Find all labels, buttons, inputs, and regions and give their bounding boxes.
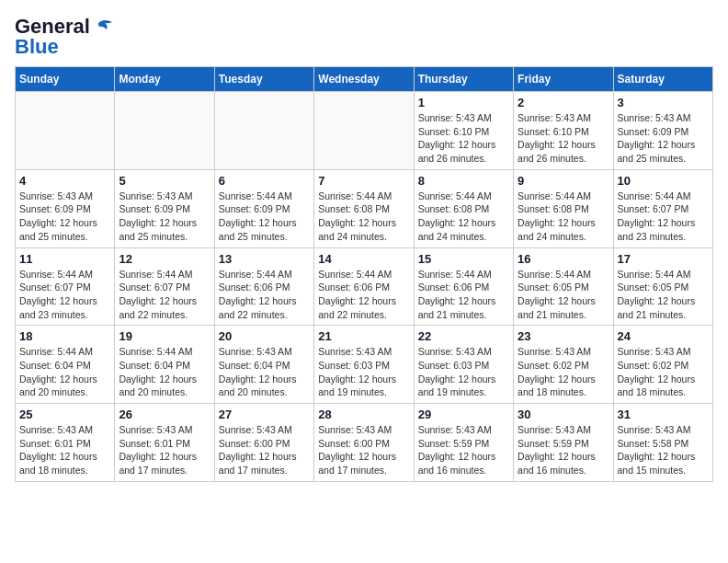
calendar-cell: 29Sunrise: 5:43 AMSunset: 5:59 PMDayligh… xyxy=(414,404,513,482)
calendar-cell: 13Sunrise: 5:44 AMSunset: 6:06 PMDayligh… xyxy=(214,247,313,326)
day-info: Sunrise: 5:44 AMSunset: 6:07 PMDaylight:… xyxy=(618,190,709,244)
day-info: Sunrise: 5:44 AMSunset: 6:07 PMDaylight:… xyxy=(119,268,210,322)
day-number: 28 xyxy=(318,408,409,421)
day-number: 11 xyxy=(19,252,110,266)
day-number: 25 xyxy=(19,408,110,421)
day-info: Sunrise: 5:43 AMSunset: 5:59 PMDaylight:… xyxy=(418,423,509,477)
calendar-cell: 21Sunrise: 5:43 AMSunset: 6:03 PMDayligh… xyxy=(314,326,414,404)
calendar-cell: 20Sunrise: 5:43 AMSunset: 6:04 PMDayligh… xyxy=(214,326,313,404)
calendar-table: SundayMondayTuesdayWednesdayThursdayFrid… xyxy=(15,66,713,482)
day-number: 30 xyxy=(518,408,609,421)
calendar-week-row-1: 1Sunrise: 5:43 AMSunset: 6:10 PMDaylight… xyxy=(16,92,713,170)
day-info: Sunrise: 5:44 AMSunset: 6:06 PMDaylight:… xyxy=(318,268,409,322)
calendar-week-row-4: 18Sunrise: 5:44 AMSunset: 6:04 PMDayligh… xyxy=(16,326,713,404)
weekday-header-sunday: Sunday xyxy=(16,67,115,92)
weekday-header-monday: Monday xyxy=(115,67,214,92)
day-info: Sunrise: 5:44 AMSunset: 6:05 PMDaylight:… xyxy=(618,268,709,322)
day-info: Sunrise: 5:43 AMSunset: 6:03 PMDaylight:… xyxy=(418,345,509,399)
calendar-cell: 10Sunrise: 5:44 AMSunset: 6:07 PMDayligh… xyxy=(613,169,712,247)
day-number: 9 xyxy=(518,174,609,188)
day-number: 17 xyxy=(618,252,709,266)
day-number: 24 xyxy=(618,329,709,343)
calendar-cell: 15Sunrise: 5:44 AMSunset: 6:06 PMDayligh… xyxy=(414,247,513,326)
calendar-cell: 2Sunrise: 5:43 AMSunset: 6:10 PMDaylight… xyxy=(514,92,613,170)
day-info: Sunrise: 5:44 AMSunset: 6:05 PMDaylight:… xyxy=(518,268,609,322)
calendar-cell: 12Sunrise: 5:44 AMSunset: 6:07 PMDayligh… xyxy=(115,247,214,326)
day-info: Sunrise: 5:44 AMSunset: 6:08 PMDaylight:… xyxy=(318,190,409,244)
day-number: 1 xyxy=(418,96,509,109)
day-number: 5 xyxy=(119,174,210,188)
day-number: 23 xyxy=(518,329,609,343)
day-number: 13 xyxy=(219,252,310,266)
calendar-cell: 22Sunrise: 5:43 AMSunset: 6:03 PMDayligh… xyxy=(414,326,513,404)
calendar-cell: 24Sunrise: 5:43 AMSunset: 6:02 PMDayligh… xyxy=(613,326,712,404)
calendar-cell xyxy=(314,92,414,170)
weekday-header-wednesday: Wednesday xyxy=(314,67,414,92)
day-number: 18 xyxy=(19,329,110,343)
day-number: 12 xyxy=(119,252,210,266)
day-number: 15 xyxy=(418,252,509,266)
weekday-header-friday: Friday xyxy=(514,67,613,92)
calendar-cell xyxy=(115,92,214,170)
calendar-week-row-2: 4Sunrise: 5:43 AMSunset: 6:09 PMDaylight… xyxy=(16,169,713,247)
day-info: Sunrise: 5:43 AMSunset: 5:59 PMDaylight:… xyxy=(518,423,609,477)
day-info: Sunrise: 5:43 AMSunset: 6:02 PMDaylight:… xyxy=(518,345,609,399)
day-info: Sunrise: 5:44 AMSunset: 6:09 PMDaylight:… xyxy=(219,190,310,244)
calendar-cell: 8Sunrise: 5:44 AMSunset: 6:08 PMDaylight… xyxy=(414,169,513,247)
day-info: Sunrise: 5:43 AMSunset: 6:10 PMDaylight:… xyxy=(518,111,609,166)
calendar-cell: 17Sunrise: 5:44 AMSunset: 6:05 PMDayligh… xyxy=(613,247,712,326)
calendar-cell: 28Sunrise: 5:43 AMSunset: 6:00 PMDayligh… xyxy=(314,404,414,482)
calendar-cell: 6Sunrise: 5:44 AMSunset: 6:09 PMDaylight… xyxy=(214,169,313,247)
day-number: 10 xyxy=(618,174,709,188)
day-number: 3 xyxy=(618,96,709,109)
calendar-cell: 16Sunrise: 5:44 AMSunset: 6:05 PMDayligh… xyxy=(514,247,613,326)
page-header: General Blue xyxy=(15,15,713,59)
weekday-header-row: SundayMondayTuesdayWednesdayThursdayFrid… xyxy=(16,67,713,92)
calendar-cell: 30Sunrise: 5:43 AMSunset: 5:59 PMDayligh… xyxy=(514,404,613,482)
day-info: Sunrise: 5:43 AMSunset: 6:09 PMDaylight:… xyxy=(618,111,709,166)
day-number: 21 xyxy=(318,329,409,343)
calendar-cell: 9Sunrise: 5:44 AMSunset: 6:08 PMDaylight… xyxy=(514,169,613,247)
day-info: Sunrise: 5:44 AMSunset: 6:07 PMDaylight:… xyxy=(19,268,110,322)
day-number: 4 xyxy=(19,174,110,188)
calendar-cell: 23Sunrise: 5:43 AMSunset: 6:02 PMDayligh… xyxy=(514,326,613,404)
day-number: 22 xyxy=(418,329,509,343)
logo-blue: Blue xyxy=(15,35,59,59)
day-number: 27 xyxy=(219,408,310,421)
calendar-cell: 7Sunrise: 5:44 AMSunset: 6:08 PMDaylight… xyxy=(314,169,414,247)
day-info: Sunrise: 5:43 AMSunset: 6:09 PMDaylight:… xyxy=(119,190,210,244)
day-number: 26 xyxy=(119,408,210,421)
calendar-cell: 5Sunrise: 5:43 AMSunset: 6:09 PMDaylight… xyxy=(115,169,214,247)
calendar-cell: 19Sunrise: 5:44 AMSunset: 6:04 PMDayligh… xyxy=(115,326,214,404)
day-number: 29 xyxy=(418,408,509,421)
day-info: Sunrise: 5:44 AMSunset: 6:08 PMDaylight:… xyxy=(518,190,609,244)
day-info: Sunrise: 5:43 AMSunset: 6:04 PMDaylight:… xyxy=(219,345,310,399)
calendar-cell: 14Sunrise: 5:44 AMSunset: 6:06 PMDayligh… xyxy=(314,247,414,326)
calendar-week-row-3: 11Sunrise: 5:44 AMSunset: 6:07 PMDayligh… xyxy=(16,247,713,326)
day-info: Sunrise: 5:43 AMSunset: 6:09 PMDaylight:… xyxy=(19,190,110,244)
day-info: Sunrise: 5:43 AMSunset: 6:01 PMDaylight:… xyxy=(119,423,210,477)
day-info: Sunrise: 5:43 AMSunset: 6:00 PMDaylight:… xyxy=(318,423,409,477)
day-number: 6 xyxy=(219,174,310,188)
day-info: Sunrise: 5:43 AMSunset: 5:58 PMDaylight:… xyxy=(618,423,709,477)
calendar-week-row-5: 25Sunrise: 5:43 AMSunset: 6:01 PMDayligh… xyxy=(16,404,713,482)
day-info: Sunrise: 5:44 AMSunset: 6:06 PMDaylight:… xyxy=(219,268,310,322)
logo: General Blue xyxy=(15,15,112,59)
calendar-cell: 27Sunrise: 5:43 AMSunset: 6:00 PMDayligh… xyxy=(214,404,313,482)
day-info: Sunrise: 5:43 AMSunset: 6:01 PMDaylight:… xyxy=(19,423,110,477)
calendar-cell: 3Sunrise: 5:43 AMSunset: 6:09 PMDaylight… xyxy=(613,92,712,170)
weekday-header-saturday: Saturday xyxy=(613,67,712,92)
day-number: 7 xyxy=(318,174,409,188)
calendar-cell: 26Sunrise: 5:43 AMSunset: 6:01 PMDayligh… xyxy=(115,404,214,482)
day-info: Sunrise: 5:43 AMSunset: 6:00 PMDaylight:… xyxy=(219,423,310,477)
day-info: Sunrise: 5:43 AMSunset: 6:10 PMDaylight:… xyxy=(418,111,509,166)
calendar-cell: 18Sunrise: 5:44 AMSunset: 6:04 PMDayligh… xyxy=(16,326,115,404)
calendar-cell: 25Sunrise: 5:43 AMSunset: 6:01 PMDayligh… xyxy=(16,404,115,482)
day-info: Sunrise: 5:43 AMSunset: 6:02 PMDaylight:… xyxy=(618,345,709,399)
calendar-cell: 4Sunrise: 5:43 AMSunset: 6:09 PMDaylight… xyxy=(16,169,115,247)
day-number: 2 xyxy=(518,96,609,109)
day-number: 31 xyxy=(618,408,709,421)
calendar-cell: 11Sunrise: 5:44 AMSunset: 6:07 PMDayligh… xyxy=(16,247,115,326)
weekday-header-thursday: Thursday xyxy=(414,67,513,92)
day-info: Sunrise: 5:43 AMSunset: 6:03 PMDaylight:… xyxy=(318,345,409,399)
